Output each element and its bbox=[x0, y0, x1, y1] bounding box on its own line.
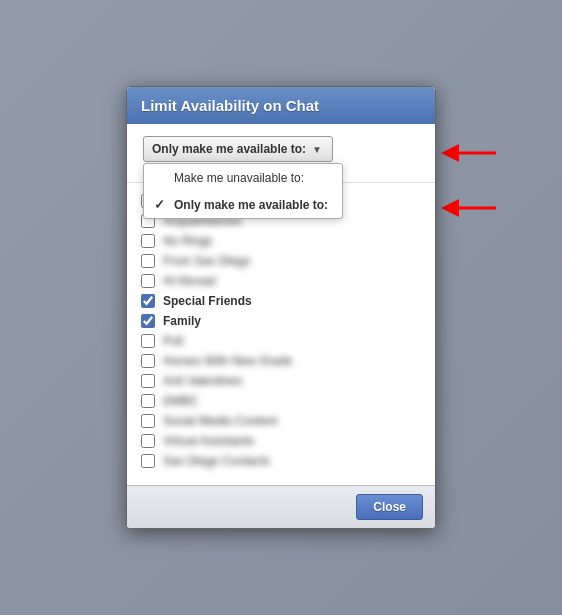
family-label: Family bbox=[163, 314, 201, 328]
dropdown-option-available-label: Only make me available to: bbox=[174, 198, 328, 212]
list-item-label: Poll bbox=[163, 334, 183, 348]
limit-availability-modal: Limit Availability on Chat Only make me … bbox=[126, 86, 436, 529]
list-item-checkbox[interactable] bbox=[141, 354, 155, 368]
list-item: San Diego Contacts bbox=[141, 451, 421, 471]
list-item-checkbox[interactable] bbox=[141, 234, 155, 248]
list-item-checkbox[interactable] bbox=[141, 434, 155, 448]
list-item-checkbox[interactable] bbox=[141, 334, 155, 348]
list-item-label: Hi Abroad bbox=[163, 274, 216, 288]
modal-body: Only make me available to: ▼ Make me una… bbox=[127, 124, 435, 183]
dropdown-option-unavailable-label: Make me unavailable to: bbox=[174, 171, 304, 185]
red-arrow-1-icon bbox=[440, 139, 498, 167]
list-item-label: Anti Valentines bbox=[163, 374, 242, 388]
checkmark-selected-icon: ✓ bbox=[154, 197, 168, 212]
red-arrow-2-icon bbox=[440, 194, 498, 222]
list-item-label: Horses With New Grade bbox=[163, 354, 292, 368]
availability-dropdown[interactable]: Only make me available to: ▼ bbox=[143, 136, 333, 162]
list-item-checkbox[interactable] bbox=[141, 414, 155, 428]
checkmark-empty bbox=[154, 170, 168, 185]
list-item-checkbox[interactable] bbox=[141, 374, 155, 388]
list-item: Virtual Assistants bbox=[141, 431, 421, 451]
annotation-arrow-1 bbox=[440, 139, 498, 167]
friends-list-area: Close Friends To Show Acquaintances No R… bbox=[127, 183, 435, 485]
list-item: From San Diego bbox=[141, 251, 421, 271]
list-item: Horses With New Grade bbox=[141, 351, 421, 371]
list-item: DMBC bbox=[141, 391, 421, 411]
list-item: No Rings bbox=[141, 231, 421, 251]
list-item: Hi Abroad bbox=[141, 271, 421, 291]
dropdown-selected-label: Only make me available to: bbox=[152, 142, 306, 156]
list-item-checkbox[interactable] bbox=[141, 254, 155, 268]
list-item: Anti Valentines bbox=[141, 371, 421, 391]
annotation-arrow-2 bbox=[440, 194, 498, 222]
list-item-label: DMBC bbox=[163, 394, 198, 408]
list-item-checkbox[interactable] bbox=[141, 274, 155, 288]
modal-footer: Close bbox=[127, 485, 435, 528]
list-item-checkbox[interactable] bbox=[141, 454, 155, 468]
modal-wrapper: Limit Availability on Chat Only make me … bbox=[126, 86, 436, 529]
modal-header: Limit Availability on Chat bbox=[127, 87, 435, 124]
dropdown-menu: Make me unavailable to: ✓ Only make me a… bbox=[143, 163, 343, 219]
list-item-label: No Rings bbox=[163, 234, 212, 248]
modal-title: Limit Availability on Chat bbox=[141, 97, 319, 114]
dropdown-arrow-icon: ▼ bbox=[312, 144, 322, 155]
dropdown-option-available[interactable]: ✓ Only make me available to: bbox=[144, 191, 342, 218]
list-item-checkbox[interactable] bbox=[141, 394, 155, 408]
list-item: Poll bbox=[141, 331, 421, 351]
special-friends-label: Special Friends bbox=[163, 294, 252, 308]
dropdown-container: Only make me available to: ▼ Make me una… bbox=[143, 136, 333, 162]
list-item: Social Media Content bbox=[141, 411, 421, 431]
family-checkbox[interactable] bbox=[141, 314, 155, 328]
list-item-label: Social Media Content bbox=[163, 414, 277, 428]
list-item-label: From San Diego bbox=[163, 254, 250, 268]
list-item-label: San Diego Contacts bbox=[163, 454, 270, 468]
list-item-special-friends: Special Friends bbox=[141, 291, 421, 311]
list-item-label: Virtual Assistants bbox=[163, 434, 254, 448]
dropdown-option-unavailable[interactable]: Make me unavailable to: bbox=[144, 164, 342, 191]
special-friends-checkbox[interactable] bbox=[141, 294, 155, 308]
list-item-family: Family bbox=[141, 311, 421, 331]
close-button[interactable]: Close bbox=[356, 494, 423, 520]
